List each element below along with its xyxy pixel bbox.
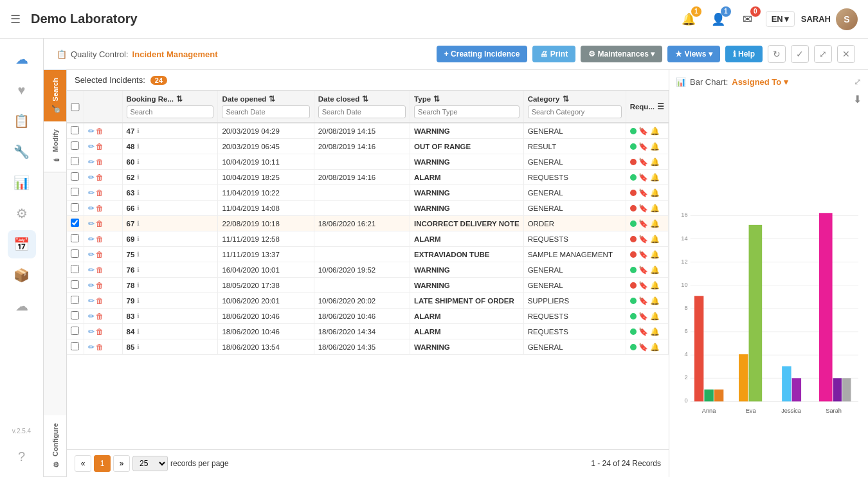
edit-icon[interactable]: ✏ — [88, 312, 95, 321]
info-icon[interactable]: ℹ — [137, 235, 140, 242]
row-checkbox[interactable] — [71, 172, 79, 181]
bell-icon[interactable]: 🔔 — [650, 343, 660, 352]
info-icon[interactable]: ℹ — [137, 297, 140, 304]
delete-icon[interactable]: 🗑 — [96, 219, 104, 228]
row-checkbox[interactable] — [71, 219, 79, 227]
expand-icon[interactable]: ⤢ — [814, 45, 832, 63]
sidebar-item-favorites[interactable]: ♥ — [8, 76, 36, 104]
bookmark-icon[interactable]: 🔖 — [638, 312, 648, 321]
bell-icon[interactable]: 🔔 — [650, 188, 660, 197]
bell-icon[interactable]: 🔔 — [650, 142, 660, 151]
info-icon[interactable]: ℹ — [137, 189, 140, 196]
info-icon[interactable]: ℹ — [137, 328, 140, 335]
edit-icon[interactable]: ✏ — [88, 250, 95, 259]
info-icon[interactable]: ℹ — [137, 343, 140, 350]
edit-icon[interactable]: ✏ — [88, 219, 95, 228]
edit-icon[interactable]: ✏ — [88, 343, 95, 352]
bell-icon[interactable]: 🔔 — [650, 173, 660, 182]
row-checkbox[interactable] — [71, 296, 79, 304]
delete-icon[interactable]: 🗑 — [96, 188, 104, 197]
notifications-bell-button[interactable]: 🔔 1 — [677, 8, 700, 31]
info-icon[interactable]: ℹ — [137, 251, 140, 258]
print-button[interactable]: 🖨 Print — [532, 46, 575, 62]
info-icon[interactable]: ℹ — [137, 282, 140, 289]
sidebar-item-analytics[interactable]: 📊 — [8, 168, 36, 197]
row-checkbox[interactable] — [71, 203, 79, 212]
sidebar-item-calendar[interactable]: 📅 — [8, 230, 36, 258]
row-checkbox[interactable] — [71, 249, 79, 258]
bookmark-icon[interactable]: 🔖 — [638, 158, 648, 166]
page-1-button[interactable]: 1 — [94, 455, 111, 472]
bell-icon[interactable]: 🔔 — [650, 266, 660, 274]
refresh-icon[interactable]: ↻ — [768, 45, 786, 63]
prev-page-button[interactable]: « — [75, 455, 91, 472]
sidebar-item-tools[interactable]: 🔧 — [8, 138, 36, 166]
row-checkbox[interactable] — [71, 280, 79, 289]
delete-icon[interactable]: 🗑 — [96, 127, 104, 136]
bookmark-icon[interactable]: 🔖 — [638, 142, 648, 151]
edit-icon[interactable]: ✏ — [88, 266, 95, 274]
message-button[interactable]: ✉ 0 — [736, 8, 759, 31]
configure-tab[interactable]: ⚙ Configure — [44, 415, 66, 477]
row-checkbox[interactable] — [71, 327, 79, 335]
bookmark-icon[interactable]: 🔖 — [638, 266, 648, 274]
delete-icon[interactable]: 🗑 — [96, 312, 104, 321]
maintenances-button[interactable]: ⚙ Maintenances ▾ — [581, 46, 662, 62]
chart-dropdown-icon[interactable]: ▾ — [784, 77, 788, 87]
edit-icon[interactable]: ✏ — [88, 173, 95, 182]
booking-search-input[interactable] — [127, 105, 214, 118]
help-button[interactable]: ℹ Help — [725, 46, 763, 62]
bookmark-icon[interactable]: 🔖 — [638, 281, 648, 290]
bookmark-icon[interactable]: 🔖 — [638, 173, 648, 182]
bookmark-icon[interactable]: 🔖 — [638, 327, 648, 336]
hamburger-icon[interactable]: ☰ — [10, 12, 21, 26]
bell-icon[interactable]: 🔔 — [650, 312, 660, 321]
search-tab[interactable]: 🔍 Search — [44, 70, 66, 122]
row-checkbox[interactable] — [71, 265, 79, 273]
sidebar-item-inventory[interactable]: 📦 — [8, 261, 36, 289]
edit-icon[interactable]: ✏ — [88, 204, 95, 213]
date-opened-search-input[interactable] — [222, 105, 309, 118]
edit-icon[interactable]: ✏ — [88, 327, 95, 336]
language-selector[interactable]: EN ▾ — [766, 11, 795, 27]
bell-icon[interactable]: 🔔 — [650, 127, 660, 136]
info-icon[interactable]: ℹ — [137, 312, 140, 320]
info-icon[interactable]: ℹ — [137, 204, 140, 212]
close-icon[interactable]: ✕ — [837, 45, 855, 63]
edit-icon[interactable]: ✏ — [88, 127, 95, 136]
select-all-checkbox[interactable] — [71, 103, 80, 111]
row-checkbox[interactable] — [71, 141, 79, 150]
edit-icon[interactable]: ✏ — [88, 158, 95, 166]
date-closed-search-input[interactable] — [318, 105, 406, 118]
bell-icon[interactable]: 🔔 — [650, 296, 660, 305]
delete-icon[interactable]: 🗑 — [96, 158, 104, 166]
bell-icon[interactable]: 🔔 — [650, 219, 660, 228]
chart-expand-icon[interactable]: ⤢ — [854, 76, 862, 87]
info-icon[interactable]: ℹ — [137, 220, 140, 227]
bookmark-icon[interactable]: 🔖 — [638, 188, 648, 197]
delete-icon[interactable]: 🗑 — [96, 281, 104, 290]
category-sort-icon[interactable]: ⇅ — [563, 94, 569, 104]
bell-icon[interactable]: 🔔 — [650, 204, 660, 213]
info-icon[interactable]: ℹ — [137, 266, 140, 273]
bookmark-icon[interactable]: 🔖 — [638, 343, 648, 352]
sidebar-item-settings[interactable]: ⚙ — [8, 199, 36, 228]
edit-icon[interactable]: ✏ — [88, 142, 95, 151]
user-notification-button[interactable]: 👤 1 — [707, 8, 730, 31]
info-icon[interactable]: ℹ — [137, 174, 140, 181]
row-checkbox[interactable] — [71, 234, 79, 242]
columns-menu-icon[interactable]: ☰ — [657, 102, 664, 111]
delete-icon[interactable]: 🗑 — [96, 266, 104, 274]
delete-icon[interactable]: 🗑 — [96, 142, 104, 151]
bookmark-icon[interactable]: 🔖 — [638, 235, 648, 244]
next-page-button[interactable]: » — [113, 455, 130, 472]
row-checkbox[interactable] — [71, 126, 79, 134]
edit-icon[interactable]: ✏ — [88, 235, 95, 244]
bell-icon[interactable]: 🔔 — [650, 250, 660, 259]
info-icon[interactable]: ℹ — [137, 158, 140, 165]
bookmark-icon[interactable]: 🔖 — [638, 296, 648, 305]
delete-icon[interactable]: 🗑 — [96, 327, 104, 336]
row-checkbox[interactable] — [71, 311, 79, 320]
delete-icon[interactable]: 🗑 — [96, 173, 104, 182]
edit-icon[interactable]: ✏ — [88, 296, 95, 305]
